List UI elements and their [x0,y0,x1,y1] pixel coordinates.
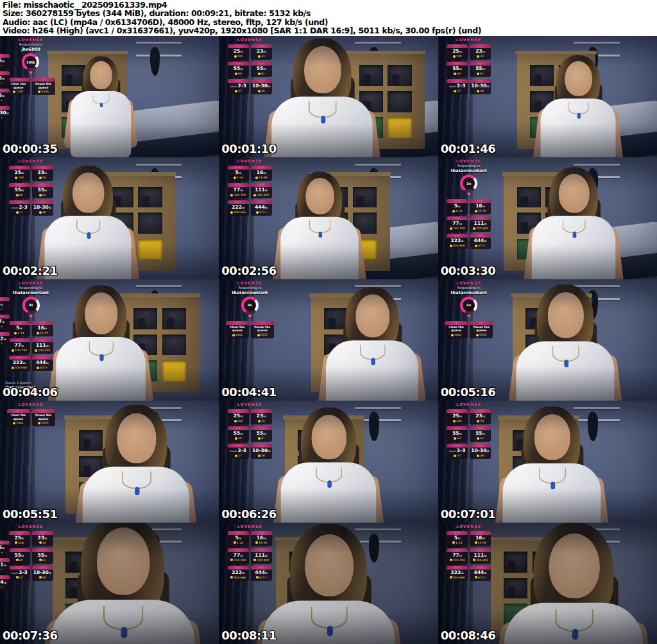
tip-menu-item: ‒ ‒16tk15-99 [251,531,272,546]
lovense-overlay: LOVENSE ‒ ‒5tk1-14‒ ‒16tk15-99‒ ‒77tk100… [442,524,496,581]
tip-menu-item: ‒ ‒10-30tk38 [470,444,491,459]
lovense-brand: LOVENSE [18,159,43,163]
person-face [547,292,583,338]
tip-progress-ring: 14tk [22,53,39,71]
lovense-brand: LOVENSE [18,402,43,406]
tip-menu-grid: ‒ ‒25tk100‒ ‒23tk33‒ ‒55tk60‒ ‒55tk61‒ ‒… [6,531,56,581]
timestamp-label: 00:03:30 [441,264,496,277]
blue-pendant [327,626,333,636]
lovense-brand: LOVENSE [18,281,43,285]
lovense-overlay: LOVENSE ‒ ‒25tk100‒ ‒23tk33‒ ‒55tk60‒ ‒5… [4,524,58,581]
tip-menu-item: ‒ ‒Level 2-327 [447,444,468,459]
queue-button: ‒Clear the queue1001 [445,321,468,338]
tip-menu-item: ‒ ‒222tk• [0,332,10,347]
shelf-cubby [388,91,411,112]
person-face [356,294,390,337]
tip-menu-item: ‒ ‒55tk61 [470,426,491,442]
heart-icon: ♥ [467,315,471,319]
tip-menu-item: ‒ ‒23tk33 [32,531,53,546]
tip-menu-item: ‒ ‒77tk100-199 [9,338,30,354]
tip-menu-item: ‒ ‒23tk33 [251,44,272,60]
shelf-cubby [138,213,162,234]
person-figure [500,406,604,523]
video-thumbnail: LOVENSE ‒ ‒25tk100‒ ‒23tk33‒ ‒55tk60‒ ‒5… [0,157,219,279]
file-name-line: File: misschaotic__202509161339.mp4 [3,1,657,9]
person-face [97,527,150,595]
lovense-overlay: LOVENSE ‒ ‒25tk100‒ ‒23tk33‒ ‒55tk60‒ ‒5… [223,402,277,459]
lovense-overlay: LOVENSE Responding to jho6000 14tk ♥ ‒Cl… [4,37,58,95]
tip-menu-grid: ‒ ‒25tk100‒ ‒23tk33‒ ‒55tk60‒ ‒55tk61‒ ‒… [225,409,275,459]
queue-button: ‒Pause the queue5555 [32,78,55,95]
shelf-bin-yellow [388,117,411,138]
timestamp-label: 00:05:51 [3,507,58,521]
tip-menu-item: ‒ ‒5tk1-14 [228,531,249,546]
lovense-brand: LOVENSE [237,37,262,42]
tip-menu-item: ‒ ‒55tk61 [32,548,53,564]
audio-info-line: Audio: aac (LC) (mp4a / 0x6134706D), 480… [3,18,657,26]
blue-pendant [572,629,579,640]
tip-menu-grid: ‒ ‒5tk1-14‒ ‒16tk15-99‒ ‒77tk100-199‒ ‒1… [444,199,494,249]
responding-block: Responding to thataccountant 4s ♥ [451,286,487,319]
tip-menu-grid: ‒ ‒5tk1-14‒ ‒16tk15-99‒ ‒77tk100-199‒ ‒1… [6,321,56,371]
tip-menu-item: ‒ ‒10-30tk38 [251,444,272,459]
video-thumbnail: LOVENSE Responding to thataccountant 4s … [219,279,438,401]
timestamp-label: 00:02:21 [3,264,58,277]
blue-pendant [573,231,577,238]
person-figure [268,39,376,158]
tip-menu-item: ‒ ‒Level 2-327 [9,566,30,581]
tip-progress-ring: 3s [22,297,40,314]
video-thumbnail: LOVENSE Responding to thataccountant 3s … [0,279,219,401]
tip-menu-item: ‒ ‒111tk200-499 [470,216,491,232]
file-size-line: Size: 360278159 bytes (344 MiB), duratio… [3,9,657,17]
queue-button: ‒Pause the queue5555 [32,409,55,426]
lovense-overlay: LOVENSE Responding to thataccountant 3s … [442,159,496,249]
ring-value: 3s [463,177,475,189]
blue-pendant [87,232,90,239]
shelf-cubby [138,187,162,208]
tip-menu-grid: ‒ ‒25tk100‒ ‒23tk33‒ ‒55tk60‒ ‒55tk61‒ ‒… [225,44,275,94]
blue-pendant [371,358,375,365]
lovense-overlay: LOVENSE ‒ ‒25tk100‒ ‒23tk33‒ ‒55tk60‒ ‒5… [223,37,277,94]
responding-username: thataccountant [232,290,268,295]
tip-menu-item: ‒ ‒23tk33 [470,409,491,424]
tip-menu-item: ‒ ‒222tk500-666 [447,566,468,581]
lovense-overlay: LOVENSE Responding to thataccountant 4s … [223,281,277,338]
video-thumbnail: LOVENSE ‒ ‒25tk100‒ ‒23tk33‒ ‒55tk60‒ ‒5… [0,523,219,644]
tip-menu-item: ‒ ‒10-30tk38 [32,200,53,216]
responding-label: Responding to [19,286,42,290]
tip-menu-item: ‒ ‒222tk500-666 [228,200,249,216]
tip-menu-item: ‒ ‒77tk100-199 [447,548,468,564]
blue-pendant [564,360,568,367]
tip-menu-item: ‒ ‒23tk33 [251,409,272,424]
lovense-overlay: LOVENSE ‒ ‒25tk100‒ ‒23tk33‒ ‒55tk60‒ ‒5… [442,402,496,459]
lovense-overlay: LOVENSE ‒Clear the queue1001‒Pause the q… [4,402,58,426]
lovense-overlay: LOVENSE Responding to thataccountant 3s … [4,281,58,371]
person-face [549,534,600,598]
person-face [73,172,105,213]
lovense-brand: LOVENSE [456,281,481,285]
queue-button: ‒Clear the queue1001 [226,321,249,338]
timestamp-label: 00:07:36 [3,629,58,642]
timestamp-label: 00:01:46 [441,142,496,155]
timestamp-label: 00:04:41 [221,385,277,399]
tip-menu-item: ‒ ‒Level 2-327 [228,79,249,94]
tip-menu-item: ‒ ‒77tk• [0,315,10,330]
person-figure [46,523,200,644]
queue-buttons: ‒Clear the queue1001‒Pause the queue5555 [226,321,274,338]
shelf-cubby [388,65,411,86]
timestamp-label: 00:08:46 [441,629,496,642]
ring-value: 3s [25,299,37,311]
tip-menu-item: ‒ ‒23tk33 [32,166,53,181]
queue-button: ‒Clear the queue1001 [7,78,30,95]
blue-pendant [321,116,325,124]
responding-block: Responding to jho6000 14tk ♥ [19,42,42,76]
tip-menu-item: ‒ ‒16tk15-99 [470,199,491,214]
tip-menu-item: ‒ ‒25tk100 [9,166,30,181]
lovense-overlay: LOVENSE ‒ ‒5tk1-14‒ ‒16tk15-99‒ ‒77tk100… [223,524,277,581]
shelf-bin-yellow [138,239,162,260]
lovense-overlay: LOVENSE Responding to thataccountant 4s … [442,281,496,338]
shelf-cubby [162,335,186,356]
queue-button: ‒Clear the queue1001 [7,409,30,426]
tip-menu-item: ‒ ‒55tk60 [447,426,468,442]
lovense-brand: LOVENSE [237,159,262,163]
